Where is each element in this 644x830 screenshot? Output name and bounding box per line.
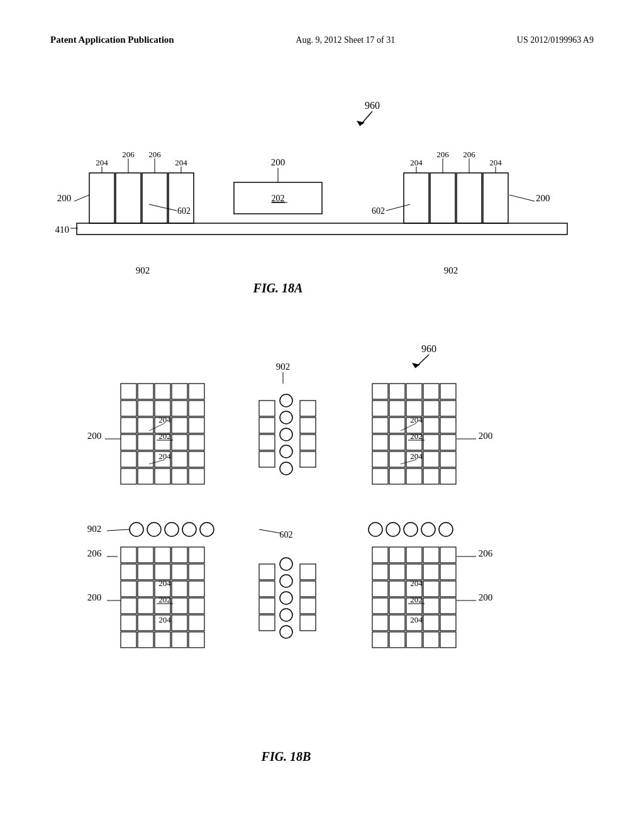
svg-rect-108: [389, 418, 405, 433]
svg-rect-194: [406, 547, 422, 563]
header: Patent Application Publication Aug. 9, 2…: [50, 35, 594, 45]
svg-text:204: 204: [175, 158, 187, 167]
svg-text:202: 202: [410, 595, 423, 604]
svg-rect-163: [121, 598, 136, 614]
svg-rect-221: [423, 615, 439, 631]
svg-rect-172: [172, 632, 187, 648]
svg-rect-65: [172, 468, 187, 484]
svg-point-147: [439, 523, 453, 536]
svg-rect-180: [138, 598, 153, 614]
svg-rect-196: [440, 547, 456, 563]
svg-point-146: [421, 523, 435, 536]
svg-rect-7: [169, 173, 194, 223]
svg-rect-58: [189, 401, 204, 416]
svg-point-229: [280, 575, 292, 587]
svg-rect-6: [142, 173, 167, 223]
svg-rect-175: [155, 564, 170, 580]
svg-rect-100: [372, 468, 388, 484]
svg-point-142: [200, 523, 214, 536]
svg-text:602: 602: [280, 530, 293, 540]
svg-rect-94: [372, 434, 388, 450]
svg-point-139: [147, 523, 161, 536]
svg-rect-137: [300, 451, 316, 467]
svg-rect-210: [389, 564, 405, 580]
svg-rect-240: [300, 615, 316, 631]
svg-rect-26: [430, 173, 455, 223]
svg-line-38: [509, 195, 535, 201]
svg-text:204: 204: [158, 451, 171, 461]
svg-text:602: 602: [372, 206, 385, 216]
svg-rect-92: [372, 401, 388, 416]
svg-text:204: 204: [489, 158, 502, 167]
svg-rect-236: [259, 615, 275, 631]
svg-rect-90: [423, 384, 439, 399]
svg-text:902: 902: [276, 362, 291, 372]
svg-rect-78: [172, 451, 187, 467]
svg-rect-98: [440, 434, 456, 450]
svg-text:206: 206: [479, 548, 493, 558]
svg-line-151: [259, 529, 281, 533]
svg-rect-237: [300, 564, 316, 580]
svg-rect-136: [300, 434, 316, 450]
fig18b-container: 960 902: [38, 333, 606, 786]
svg-rect-199: [372, 598, 388, 614]
svg-rect-135: [300, 418, 316, 433]
svg-rect-174: [138, 564, 153, 580]
svg-text:200: 200: [479, 592, 493, 602]
svg-rect-96: [440, 401, 456, 416]
svg-text:202: 202: [410, 431, 423, 441]
svg-rect-238: [300, 581, 316, 597]
svg-rect-202: [440, 581, 456, 597]
svg-rect-2: [77, 223, 567, 235]
svg-rect-156: [121, 547, 136, 563]
svg-rect-5: [116, 173, 141, 223]
svg-text:204: 204: [158, 415, 171, 424]
publication-title: Patent Application Publication: [50, 35, 174, 45]
svg-rect-116: [423, 451, 439, 467]
svg-rect-177: [138, 581, 153, 597]
svg-rect-113: [423, 434, 439, 450]
svg-text:200: 200: [536, 193, 550, 203]
svg-point-128: [280, 445, 292, 458]
svg-text:204: 204: [410, 158, 423, 167]
svg-rect-195: [423, 547, 439, 563]
svg-rect-204: [440, 615, 456, 631]
svg-text:200: 200: [57, 193, 72, 203]
svg-text:200: 200: [87, 592, 102, 602]
svg-rect-161: [121, 564, 136, 580]
svg-line-149: [107, 529, 130, 531]
svg-rect-132: [259, 434, 275, 450]
svg-rect-212: [423, 564, 439, 580]
svg-rect-201: [440, 564, 456, 580]
svg-rect-168: [189, 615, 204, 631]
svg-rect-106: [406, 401, 422, 416]
svg-rect-193: [389, 547, 405, 563]
svg-rect-111: [389, 434, 405, 450]
svg-line-118: [401, 423, 416, 431]
svg-rect-176: [172, 564, 187, 580]
svg-line-19: [149, 204, 177, 211]
svg-rect-166: [189, 581, 204, 597]
svg-rect-72: [172, 418, 187, 433]
svg-rect-171: [155, 632, 170, 648]
svg-text:206: 206: [148, 150, 161, 159]
svg-text:204: 204: [410, 578, 423, 588]
svg-rect-49: [121, 384, 136, 399]
svg-rect-99: [440, 451, 456, 467]
svg-rect-102: [406, 468, 422, 484]
svg-rect-170: [138, 632, 153, 648]
svg-rect-70: [138, 418, 153, 433]
svg-rect-52: [172, 384, 187, 399]
svg-text:206: 206: [436, 150, 449, 159]
svg-text:902: 902: [136, 265, 150, 275]
fig18a-container: 960 410 204 206 206: [38, 91, 606, 299]
svg-rect-95: [372, 451, 388, 467]
svg-point-231: [280, 609, 292, 621]
svg-rect-75: [172, 434, 187, 450]
publication-number: US 2012/0199963 A9: [517, 35, 594, 45]
svg-rect-59: [189, 418, 204, 433]
svg-rect-183: [138, 615, 153, 631]
svg-line-40: [386, 204, 410, 211]
svg-rect-51: [155, 384, 170, 399]
svg-rect-164: [121, 615, 136, 631]
